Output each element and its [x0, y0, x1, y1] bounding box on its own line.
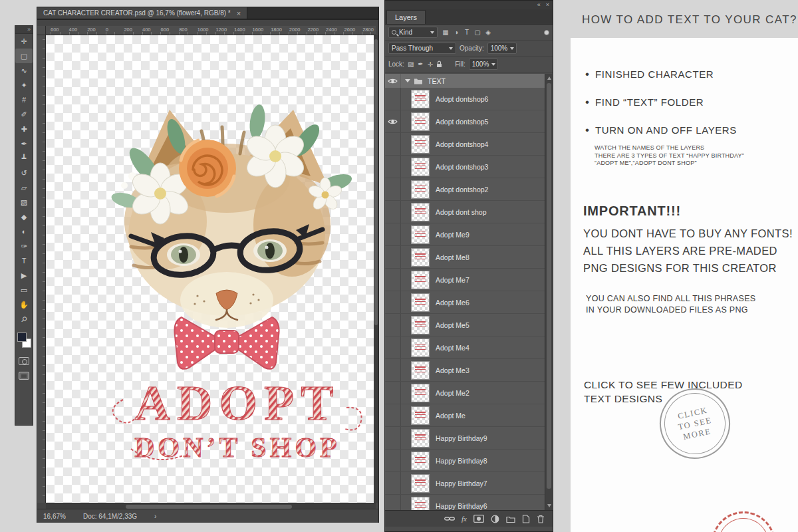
canvas[interactable]: ADOPT DON’T SHOP [46, 35, 376, 503]
panel-scrollbar[interactable] [545, 74, 552, 510]
layer-row[interactable]: Adopt Me2 [385, 382, 546, 404]
rectangular-marquee-tool-button[interactable]: ▢ [15, 49, 33, 63]
click-to-see-more-stamp[interactable]: CLICKTO SEEMORE [653, 382, 737, 466]
layer-thumbnail[interactable] [412, 497, 429, 511]
layer-row[interactable]: Adopt Me [385, 404, 546, 427]
layer-visibility-toggle[interactable] [385, 201, 401, 223]
eyedropper-tool-button[interactable]: ✐ [15, 107, 33, 122]
layer-row[interactable]: Adopt Me6 [385, 291, 546, 314]
layer-thumbnail[interactable] [412, 384, 429, 402]
layer-name[interactable]: Adopt Me8 [436, 253, 469, 261]
layer-name[interactable]: Adopt Me5 [436, 321, 469, 329]
adjustment-layer-icon[interactable] [491, 515, 499, 523]
layer-visibility-toggle[interactable] [385, 314, 401, 336]
history-brush-tool-button[interactable]: ↺ [15, 166, 33, 180]
layer-row[interactable]: Adopt Me8 [385, 246, 546, 269]
crop-tool-button[interactable]: # [15, 92, 33, 107]
hand-tool-button[interactable]: ✋ [15, 297, 33, 312]
layer-row[interactable]: Adopt dontshop5 [385, 110, 546, 133]
layer-row[interactable]: Adopt Me3 [385, 359, 546, 382]
adjustment-layers-filter-icon[interactable]: ◑ [452, 29, 461, 36]
lock-pixels-icon[interactable]: ✒ [418, 61, 423, 68]
scroll-down-icon[interactable] [547, 504, 551, 507]
layer-thumbnail[interactable] [412, 203, 429, 221]
layer-thumbnail[interactable] [412, 452, 429, 469]
layer-name[interactable]: Adopt dont shop [436, 208, 486, 216]
layer-visibility-toggle[interactable] [385, 74, 401, 88]
new-layer-icon[interactable] [522, 515, 530, 523]
smart-object-filter-icon[interactable]: ◈ [483, 29, 493, 36]
layer-row[interactable]: Adopt Me7 [385, 269, 546, 291]
rectangle-shape-tool-button[interactable]: ▭ [15, 283, 33, 297]
layer-thumbnail[interactable] [412, 475, 429, 492]
layer-name[interactable]: Adopt dontshop2 [436, 186, 488, 194]
layer-visibility-toggle[interactable] [385, 88, 401, 110]
dodge-tool-button[interactable]: ◐ [15, 224, 33, 239]
lock-position-icon[interactable]: ✛ [428, 61, 433, 68]
opacity-dropdown[interactable]: 100% [487, 43, 517, 54]
pen-tool-button[interactable]: ✑ [15, 239, 33, 253]
layer-thumbnail[interactable] [412, 113, 429, 130]
layer-row[interactable]: Adopt dontshop3 [385, 156, 546, 178]
layer-visibility-toggle[interactable] [385, 291, 401, 313]
layer-thumbnail[interactable] [412, 271, 429, 289]
layer-visibility-toggle[interactable] [385, 133, 401, 155]
move-tool-button[interactable]: ✛ [15, 34, 33, 49]
layer-thumbnail[interactable] [412, 226, 429, 243]
layer-thumbnail[interactable] [412, 317, 429, 334]
layer-row[interactable]: Adopt Me4 [385, 336, 546, 359]
brush-tool-button[interactable]: ✒ [15, 136, 33, 151]
layer-thumbnail[interactable] [412, 136, 429, 153]
layer-thumbnail[interactable] [412, 407, 429, 424]
layer-visibility-toggle[interactable] [385, 246, 401, 268]
layer-visibility-toggle[interactable] [385, 472, 401, 494]
scrollbar-thumb[interactable] [547, 83, 551, 489]
lock-transparency-icon[interactable]: ▨ [408, 61, 414, 68]
layer-visibility-toggle[interactable] [385, 156, 401, 178]
quick-mask-button[interactable] [19, 357, 29, 365]
document-tab[interactable]: CAT CHARACTER CREATOR.psd @ 16,7% (flowe… [37, 7, 247, 19]
layer-row[interactable]: Happy Birthday7 [385, 472, 546, 495]
link-layers-icon[interactable] [444, 516, 455, 521]
vertical-scrollbar[interactable] [374, 35, 378, 503]
zoom-level[interactable]: 16,67% [43, 513, 66, 520]
layer-name[interactable]: Happy Birthday6 [436, 502, 487, 510]
kind-filter-dropdown[interactable]: Kind [388, 27, 438, 38]
layer-visibility-toggle[interactable] [385, 382, 401, 404]
layer-row[interactable]: Adopt Me9 [385, 223, 546, 246]
layer-visibility-toggle[interactable] [385, 495, 401, 510]
layer-row[interactable]: Happy Birthday8 [385, 450, 546, 472]
fill-dropdown[interactable]: 100% [469, 59, 498, 70]
layer-name[interactable]: Happy Birthday9 [436, 434, 487, 442]
layer-thumbnail[interactable] [412, 339, 429, 356]
clone-stamp-tool-button[interactable]: ┻ [15, 151, 33, 166]
screen-mode-button[interactable] [19, 372, 29, 380]
blur-tool-button[interactable]: ◆ [15, 209, 33, 224]
tab-close-icon[interactable]: × [237, 10, 241, 17]
layer-visibility-toggle[interactable] [385, 450, 401, 471]
toolbar-collapse-button[interactable]: » [15, 26, 33, 34]
foreground-color-swatch[interactable] [17, 332, 27, 342]
layer-thumbnail[interactable] [412, 362, 429, 379]
layer-row[interactable]: Adopt Me5 [385, 314, 546, 336]
disclosure-triangle-icon[interactable] [405, 79, 410, 82]
path-selection-tool-button[interactable]: ▶ [15, 268, 33, 283]
layer-row[interactable]: Happy Birthday6 [385, 495, 546, 510]
pixel-layers-filter-icon[interactable]: ▦ [441, 29, 450, 36]
layer-visibility-toggle[interactable] [385, 269, 401, 291]
layer-visibility-toggle[interactable] [385, 359, 401, 381]
layer-visibility-toggle[interactable] [385, 336, 401, 358]
close-panel-icon[interactable]: × [546, 2, 549, 8]
zoom-tool-button[interactable]: ⚲ [15, 312, 33, 327]
type-tool-button[interactable]: T [15, 253, 33, 268]
group-name[interactable]: TEXT [428, 77, 446, 85]
scroll-up-icon[interactable] [547, 76, 551, 80]
layer-name[interactable]: Adopt dontshop6 [436, 95, 488, 103]
layer-thumbnail[interactable] [412, 430, 429, 447]
color-swatches[interactable] [15, 332, 33, 352]
layer-name[interactable]: Adopt Me3 [436, 366, 469, 374]
layer-style-icon[interactable]: fx [462, 515, 467, 523]
layer-row[interactable]: Adopt dontshop6 [385, 88, 546, 110]
shape-layers-filter-icon[interactable]: ▢ [473, 29, 482, 36]
blend-mode-dropdown[interactable]: Pass Through [388, 43, 456, 54]
